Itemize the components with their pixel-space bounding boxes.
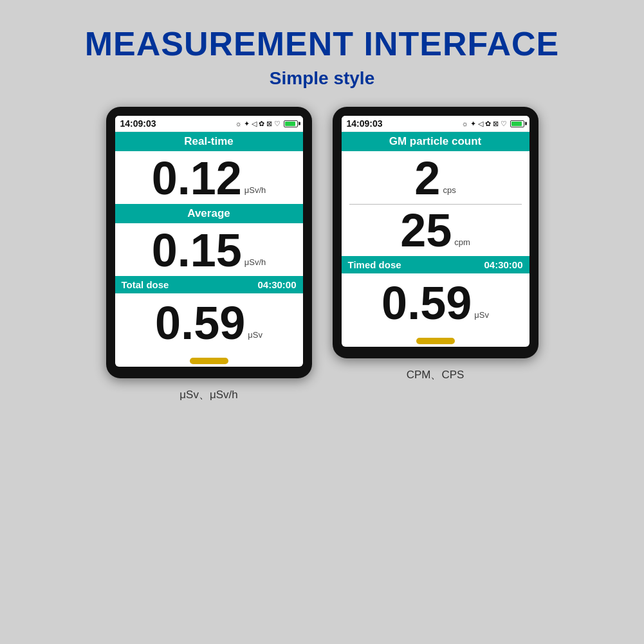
totaldose-reading: 0.59 μSv xyxy=(115,293,303,351)
page-subtitle: Simple style xyxy=(270,68,374,89)
alarm-icon-r: ✿ xyxy=(485,120,491,128)
signal-icon-r: ✦ xyxy=(470,120,476,128)
timeddose-unit: μSv xyxy=(474,310,489,320)
gm-label: GM particle count xyxy=(342,132,529,151)
brightness-icon-r: ☼ xyxy=(461,120,468,127)
gm-reading-top: 2 cps xyxy=(342,151,529,204)
button-area-left xyxy=(115,351,303,367)
device-left-wrapper: 14:09:03 ☼ ✦ ◁ ✿ ⊠ ♡ Real-time 0.12 μS xyxy=(106,107,312,402)
device-right: 14:09:03 ☼ ✦ ◁ ✿ ⊠ ♡ GM particle count 2 xyxy=(333,107,538,358)
vibrate-icon: ◁ xyxy=(252,120,257,128)
timeddose-time: 04:30:00 xyxy=(484,259,522,270)
average-reading: 0.15 μSv/h xyxy=(115,223,303,276)
gm-cpm-unit: cpm xyxy=(454,237,470,247)
average-value: 0.15 xyxy=(152,227,242,273)
heart-icon: ♡ xyxy=(274,120,281,128)
gm-cps-unit: cps xyxy=(443,185,455,195)
gm-cps-value: 2 xyxy=(414,155,440,201)
time-left: 14:09:03 xyxy=(120,118,156,129)
page-title: MEASUREMENT INTERFACE xyxy=(85,24,559,63)
device-button-left[interactable] xyxy=(190,358,228,364)
totaldose-label: Total dose xyxy=(122,279,169,290)
status-bar-left: 14:09:03 ☼ ✦ ◁ ✿ ⊠ ♡ xyxy=(115,116,303,132)
battery-icon xyxy=(284,120,298,127)
brightness-icon: ☼ xyxy=(235,120,241,127)
devices-row: 14:09:03 ☼ ✦ ◁ ✿ ⊠ ♡ Real-time 0.12 μS xyxy=(106,107,538,402)
timeddose-value: 0.59 xyxy=(382,280,472,326)
device-left-screen: 14:09:03 ☼ ✦ ◁ ✿ ⊠ ♡ Real-time 0.12 μS xyxy=(115,116,303,367)
realtime-reading: 0.12 μSv/h xyxy=(115,151,303,204)
device-right-wrapper: 14:09:03 ☼ ✦ ◁ ✿ ⊠ ♡ GM particle count 2 xyxy=(333,107,538,382)
timeddose-bar: Timed dose 04:30:00 xyxy=(342,256,529,273)
realtime-unit: μSv/h xyxy=(244,185,266,195)
timeddose-label: Timed dose xyxy=(348,259,401,270)
gm-cpm-value: 25 xyxy=(400,207,452,253)
time-right: 14:09:03 xyxy=(347,118,383,129)
totaldose-bar: Total dose 04:30:00 xyxy=(115,276,303,293)
battery-icon-r xyxy=(510,120,524,127)
timer-icon-r: ⊠ xyxy=(493,120,499,128)
alarm-icon: ✿ xyxy=(259,120,264,128)
status-bar-right: 14:09:03 ☼ ✦ ◁ ✿ ⊠ ♡ xyxy=(342,116,529,132)
realtime-label: Real-time xyxy=(115,132,303,151)
heart-icon-r: ♡ xyxy=(501,120,507,128)
button-area-right xyxy=(342,331,529,347)
gm-reading-bottom: 25 cpm xyxy=(342,205,529,256)
device-left-label: μSv、μSv/h xyxy=(179,387,237,402)
device-right-screen: 14:09:03 ☼ ✦ ◁ ✿ ⊠ ♡ GM particle count 2 xyxy=(342,116,529,347)
status-icons-right: ☼ ✦ ◁ ✿ ⊠ ♡ xyxy=(461,120,524,128)
totaldose-time: 04:30:00 xyxy=(257,279,296,290)
average-unit: μSv/h xyxy=(244,257,266,267)
vibrate-icon-r: ◁ xyxy=(478,120,483,128)
device-button-right[interactable] xyxy=(416,338,455,344)
device-left: 14:09:03 ☼ ✦ ◁ ✿ ⊠ ♡ Real-time 0.12 μS xyxy=(106,107,312,378)
device-right-label: CPM、CPS xyxy=(407,367,465,382)
timeddose-reading: 0.59 μSv xyxy=(342,273,529,331)
timer-icon: ⊠ xyxy=(266,120,272,128)
signal-icon: ✦ xyxy=(244,120,250,128)
average-label: Average xyxy=(115,204,303,223)
totaldose-value: 0.59 xyxy=(155,300,245,346)
status-icons-left: ☼ ✦ ◁ ✿ ⊠ ♡ xyxy=(235,120,297,128)
totaldose-unit: μSv xyxy=(248,330,262,340)
realtime-value: 0.12 xyxy=(152,155,242,201)
